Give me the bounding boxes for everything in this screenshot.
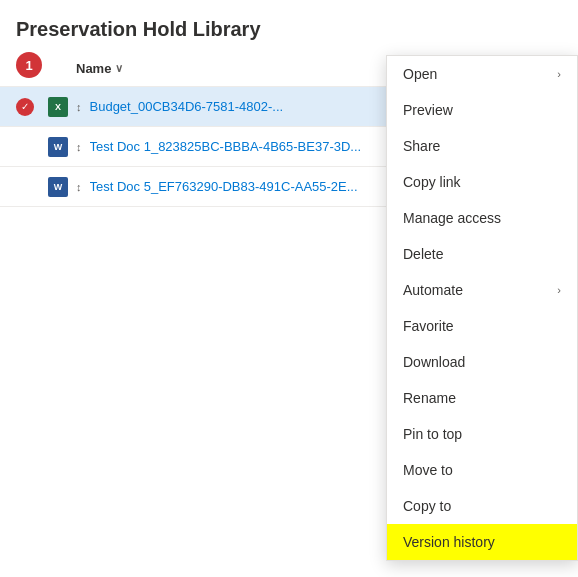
- menu-item-rename[interactable]: Rename: [387, 380, 577, 416]
- chevron-right-icon: ›: [557, 68, 561, 80]
- sync-icon: ↕: [76, 101, 82, 113]
- word-icon: W: [48, 137, 68, 157]
- menu-item-move-to-label: Move to: [403, 462, 453, 478]
- menu-item-open[interactable]: Open ›: [387, 56, 577, 92]
- menu-item-automate[interactable]: Automate ›: [387, 272, 577, 308]
- check-cell: ✓: [16, 98, 48, 116]
- name-sort-icon: ∨: [115, 62, 123, 75]
- menu-item-manage-access[interactable]: Manage access: [387, 200, 577, 236]
- menu-item-version-history[interactable]: Version history: [387, 524, 577, 560]
- menu-item-open-label: Open: [403, 66, 437, 82]
- col-name-header[interactable]: Name ∨: [76, 61, 422, 76]
- menu-item-preview-label: Preview: [403, 102, 453, 118]
- menu-item-preview[interactable]: Preview: [387, 92, 577, 128]
- menu-item-copy-to-label: Copy to: [403, 498, 451, 514]
- menu-item-share-label: Share: [403, 138, 440, 154]
- sync-icon: ↕: [76, 181, 82, 193]
- menu-item-copy-link-label: Copy link: [403, 174, 461, 190]
- col-name-label: Name: [76, 61, 111, 76]
- menu-item-favorite[interactable]: Favorite: [387, 308, 577, 344]
- menu-item-delete[interactable]: Delete: [387, 236, 577, 272]
- menu-item-download[interactable]: Download: [387, 344, 577, 380]
- menu-item-delete-label: Delete: [403, 246, 443, 262]
- menu-item-download-label: Download: [403, 354, 465, 370]
- menu-item-favorite-label: Favorite: [403, 318, 454, 334]
- sync-icon: ↕: [76, 141, 82, 153]
- selected-checkmark-icon: ✓: [16, 98, 34, 116]
- menu-item-copy-to[interactable]: Copy to: [387, 488, 577, 524]
- main-area: Preservation Hold Library Name ∨ Modifie…: [0, 0, 578, 577]
- badge-container: 1: [16, 52, 42, 78]
- menu-item-pin-to-top-label: Pin to top: [403, 426, 462, 442]
- word-icon: W: [48, 177, 68, 197]
- file-type-icon: W: [48, 177, 76, 197]
- menu-item-version-history-label: Version history: [403, 534, 495, 550]
- menu-item-share[interactable]: Share: [387, 128, 577, 164]
- menu-item-automate-label: Automate: [403, 282, 463, 298]
- page-title: Preservation Hold Library: [0, 0, 578, 51]
- file-type-icon: W: [48, 137, 76, 157]
- menu-item-pin-to-top[interactable]: Pin to top: [387, 416, 577, 452]
- menu-item-copy-link[interactable]: Copy link: [387, 164, 577, 200]
- menu-item-rename-label: Rename: [403, 390, 456, 406]
- menu-item-manage-access-label: Manage access: [403, 210, 501, 226]
- red-badge: 1: [16, 52, 42, 78]
- file-type-icon: X: [48, 97, 76, 117]
- chevron-right-icon: ›: [557, 284, 561, 296]
- excel-icon: X: [48, 97, 68, 117]
- context-menu: Open › Preview Share Copy link Manage ac…: [386, 55, 578, 561]
- menu-item-move-to[interactable]: Move to: [387, 452, 577, 488]
